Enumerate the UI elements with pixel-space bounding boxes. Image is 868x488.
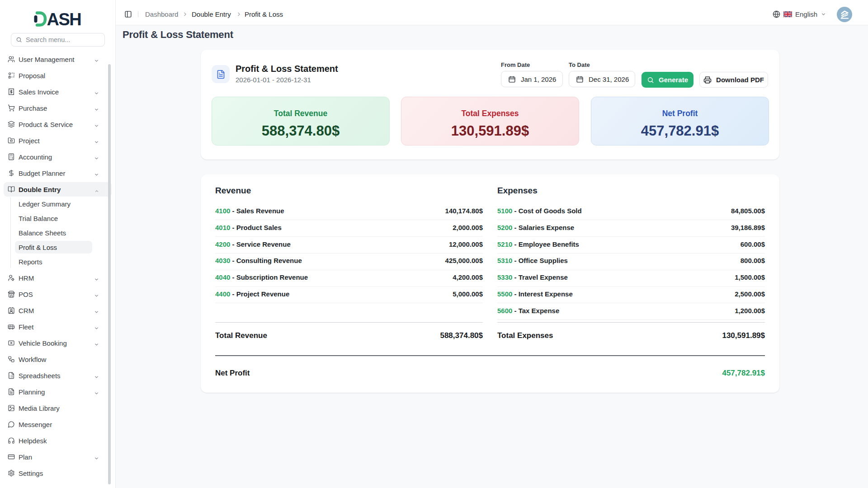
svg-text:ASH: ASH [47, 11, 81, 27]
